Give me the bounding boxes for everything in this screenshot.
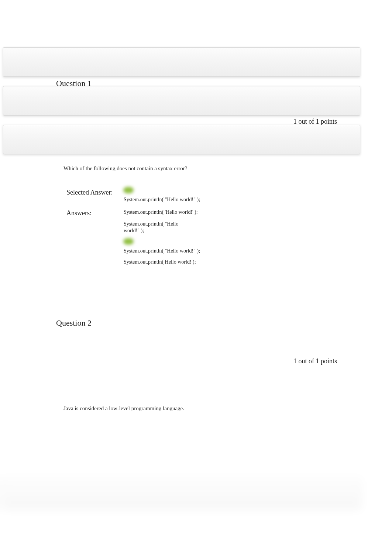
answer-option: System.out.println( 'Hello world!' ): (124, 209, 233, 216)
question-1-text: Which of the following does not contain … (63, 165, 187, 172)
answer-option: System.out.println( Hello world! ); (124, 259, 233, 265)
panel-q1-bottom (3, 125, 360, 154)
panel-q1-header (3, 47, 360, 77)
question-1-points: 1 out of 1 points (293, 118, 337, 126)
panel-q2-bottom (3, 478, 360, 508)
selected-answer-label: Selected Answer: (66, 188, 124, 203)
answer-option: System.out.println( "Hello world!" ); (124, 221, 190, 234)
answers-label: Answers: (66, 209, 124, 265)
correct-icon (123, 238, 134, 245)
question-2-text: Java is considered a low-level programmi… (63, 405, 184, 412)
question-2-points: 1 out of 1 points (293, 357, 337, 365)
correct-icon (123, 187, 134, 193)
selected-answer-text: System.out.println( "Hello world!" ); (124, 196, 233, 203)
answer-option: System.out.println( "Hello world!" ); (124, 240, 233, 254)
selected-answer-row: Selected Answer: System.out.println( "He… (66, 188, 233, 203)
panel-q1-mid (3, 86, 360, 116)
answers-row: Answers: System.out.println( 'Hello worl… (66, 209, 233, 265)
question-2-title: Question 2 (56, 318, 92, 328)
